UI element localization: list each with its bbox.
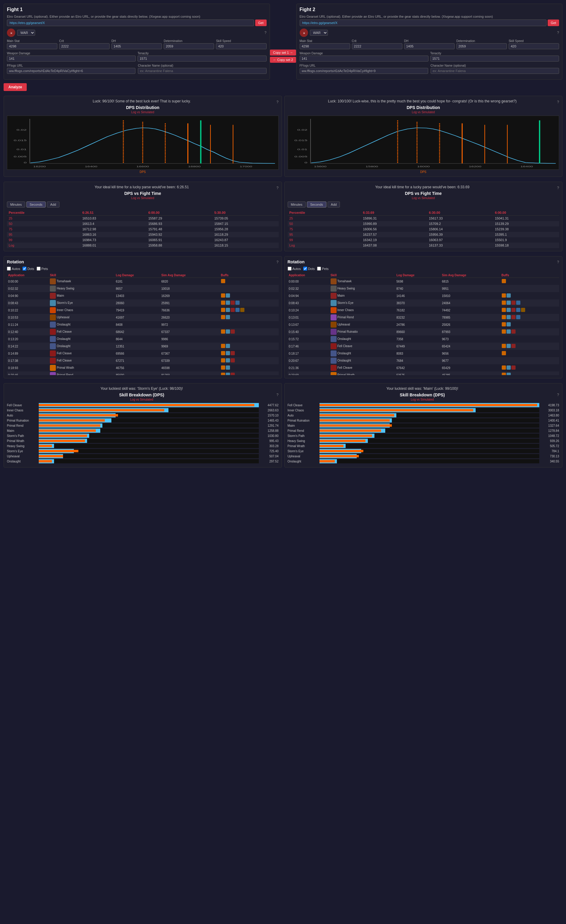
breakdown-value: 784.1 — [541, 450, 559, 453]
fight-1-main-stat-input[interactable] — [7, 43, 57, 49]
rotation-time: 0:20:46 — [7, 372, 49, 375]
fight-2-dps-col-t2: 6:30.00 — [427, 210, 493, 216]
fight-2-get-button[interactable]: Get — [548, 20, 559, 26]
rotation-buffs — [500, 307, 559, 314]
table-row: 0:10:22 Inner Chaos7941976636 — [7, 307, 279, 314]
fight-2-autos-label: Autos — [293, 267, 301, 271]
fight-1-dps-table: Percentile 6:26.51 6:00.00 5:30.00 25165… — [7, 210, 279, 248]
rotation-log-dmg: 8644 — [115, 335, 160, 343]
rotation-sim-dmg: 78985 — [441, 314, 500, 321]
fight-2-skillspeed-input[interactable] — [509, 43, 559, 49]
fight-2-dist-help[interactable]: ? — [557, 100, 559, 104]
fight-1-job-select[interactable]: WAR — [17, 30, 35, 36]
fight-2-job-select[interactable]: WAR — [310, 30, 328, 36]
fight-2-fflogs-input[interactable] — [300, 68, 428, 74]
fight-2-breakdown-help[interactable]: ? — [557, 393, 559, 397]
fight-2-charname-label: Character Name (optional) — [431, 64, 559, 67]
breakdown-bar-container — [320, 413, 540, 417]
fight-2-rotation-help[interactable]: ? — [557, 260, 559, 264]
breakdown-label: Storm's Path — [288, 434, 318, 438]
fight-2-dps-fight-help[interactable]: ? — [557, 186, 559, 190]
fight-1-minutes-button[interactable]: Minutes — [7, 201, 25, 207]
fight-2-help-icon[interactable]: ? — [557, 31, 559, 35]
svg-text:0.005: 0.005 — [14, 155, 26, 158]
fight-2-tenacity-input[interactable] — [430, 56, 559, 62]
breakdown-row: Fell Cleave4198.73 — [288, 403, 559, 407]
breakdown-value: 1258.88 — [261, 429, 279, 432]
fight-1-pets-checkbox[interactable] — [37, 267, 41, 271]
fight-2-det-input[interactable] — [456, 43, 507, 49]
fight-1-get-button[interactable]: Get — [255, 20, 267, 26]
fight-1-rot-col-log: Log Damage — [115, 273, 160, 278]
fight-1-weapondmg-input[interactable] — [7, 56, 136, 62]
breakdown-log-bar — [320, 414, 394, 417]
fight-1-dps-fight-help[interactable]: ? — [276, 186, 279, 190]
fight-2-minutes-button[interactable]: Minutes — [288, 201, 306, 207]
fight-1-breakdown-help[interactable]: ? — [276, 393, 279, 397]
copy-set2-button[interactable]: ← Copy set 2 — [270, 57, 296, 63]
fight-2-dps-fight-logvssim: Log vs Simulated — [288, 196, 559, 200]
breakdown-bar-container — [320, 429, 540, 433]
fight-1-dh-input[interactable] — [111, 43, 162, 49]
fight-1-crit-input[interactable] — [59, 43, 110, 49]
fight-1-autos-checkbox-label[interactable]: Autos — [7, 267, 20, 271]
fight-1-dots-checkbox-label[interactable]: Dots — [23, 267, 34, 271]
skill-icon — [330, 314, 336, 320]
fight-1-det-input[interactable] — [164, 43, 214, 49]
copy-set1-button[interactable]: Copy set 1 → — [270, 50, 296, 56]
fight-1-pets-checkbox-label[interactable]: Pets — [37, 267, 48, 271]
fight-1-charname-label: Character Name (optional) — [138, 64, 266, 67]
fight-2-crit-input[interactable] — [352, 43, 402, 49]
fight-1-dps-col-t3: 5:30.00 — [213, 210, 279, 216]
table-row: 0:02:32 Heavy Swing865710018 — [7, 285, 279, 292]
fight-2-dots-checkbox[interactable] — [303, 267, 307, 271]
fight-1-rotation-help[interactable]: ? — [276, 260, 279, 264]
breakdown-row: Auto1463.80 — [288, 413, 559, 417]
breakdown-log-bar — [39, 429, 96, 432]
fight-1-url-input[interactable] — [7, 20, 254, 26]
table-cell: 16243.87 — [213, 237, 279, 243]
fight-2-add-button[interactable]: Add — [327, 201, 340, 207]
fight-1-charname-input[interactable] — [138, 68, 266, 74]
fight-2-rotation-panel: Rotation ? Autos Dots Pets Application — [284, 256, 563, 378]
breakdown-bar-container — [39, 434, 259, 438]
fight-1-help-icon[interactable]: ? — [264, 31, 267, 35]
table-row: 0:20:46 Primal Rend8569081293 — [7, 372, 279, 375]
fight-2-url-input[interactable] — [300, 20, 547, 26]
table-row: 0:02:32 Heavy Swing87409951 — [288, 285, 559, 292]
breakdown-log-bar — [320, 445, 344, 447]
fight-2-pets-checkbox-label[interactable]: Pets — [317, 267, 329, 271]
fight-1-fflogs-label: FFlogs URL — [7, 64, 135, 67]
analyze-button[interactable]: Analyze — [4, 83, 27, 91]
fight-1-fflogs-input[interactable] — [7, 68, 135, 74]
fight-2-dps-dist-panel: Luck: 100/100! Luck-wise, this is the pr… — [284, 96, 563, 177]
breakdown-row: Primal Wrath505.72 — [288, 444, 559, 448]
breakdown-bar-container — [320, 408, 540, 412]
fight-2-pets-checkbox[interactable] — [317, 267, 321, 271]
breakdown-log-bar — [320, 419, 390, 422]
fight-1-rotation-title: Rotation — [7, 260, 24, 264]
fight-1-dots-checkbox[interactable] — [23, 267, 26, 271]
table-cell: 16984.73 — [81, 237, 147, 243]
rotation-log-dmg: 41697 — [115, 314, 160, 321]
table-cell: 16118.29 — [213, 232, 279, 237]
breakdown-bar-container — [39, 403, 259, 407]
fight-1-add-button[interactable]: Add — [47, 201, 60, 207]
fight-2-autos-checkbox-label[interactable]: Autos — [288, 267, 301, 271]
fight-1-dist-help[interactable]: ? — [276, 100, 279, 104]
fight-1-skillspeed-input[interactable] — [216, 43, 266, 49]
fight-1-url-desc: Etro Gearset URL (optional). Either prov… — [7, 15, 267, 18]
fight-2-main-stat-input[interactable] — [300, 43, 350, 49]
fight-1-seconds-button[interactable]: Seconds — [26, 201, 46, 207]
buff-icon — [221, 373, 225, 375]
fight-2-charname-input[interactable] — [431, 68, 559, 74]
fight-2-seconds-button[interactable]: Seconds — [307, 201, 326, 207]
fight-2-autos-checkbox[interactable] — [288, 267, 291, 271]
skill-icon — [330, 336, 336, 342]
fight-2-dots-checkbox-label[interactable]: Dots — [303, 267, 315, 271]
fight-1-tenacity-input[interactable] — [138, 56, 266, 62]
fight-2-dh-input[interactable] — [404, 43, 455, 49]
fight-1-autos-checkbox[interactable] — [7, 267, 11, 271]
fight-2-weapondmg-input[interactable] — [300, 56, 428, 62]
table-cell: 75 — [7, 226, 81, 232]
